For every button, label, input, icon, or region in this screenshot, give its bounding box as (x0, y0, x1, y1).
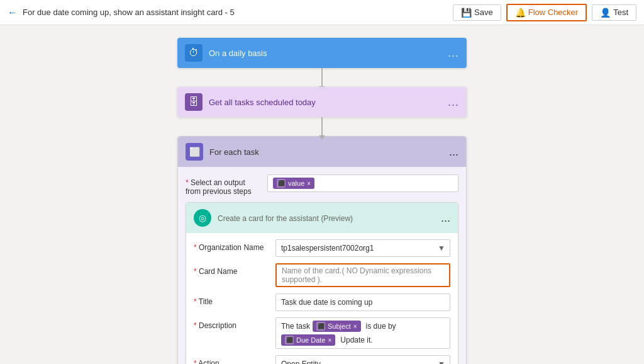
tag-icon: ⬛ (277, 179, 286, 188)
action-row: * Action Open Entity ▼ (194, 355, 450, 364)
title-label: * Title (194, 293, 275, 306)
node-daily: ⏱ On a daily basis ... (177, 38, 467, 68)
due-date-tag: ⬛ Due Date × (281, 334, 335, 346)
card-title: Create a card for the assistant (Preview… (218, 213, 441, 223)
flow-checker-button[interactable]: 🔔 Flow Checker (506, 4, 587, 21)
foreach-body: * Select an outputfrom previous steps ⬛ … (178, 167, 466, 364)
org-name-select[interactable]: tp1salespersistent7002org1 ▼ (275, 239, 450, 257)
due-date-tag-close[interactable]: × (328, 337, 331, 344)
daily-menu[interactable]: ... (448, 47, 459, 60)
card-name-row: * Card Name Name of the card.( NO Dynami… (194, 263, 450, 287)
inner-card-node: ◎ Create a card for the assistant (Previ… (186, 202, 458, 364)
daily-label: On a daily basis (209, 48, 448, 58)
desc-prefix: The task (281, 322, 310, 331)
title-row: * Title Task due date is coming up (194, 293, 450, 311)
foreach-icon: ⬜ (186, 143, 203, 161)
tasks-menu[interactable]: ... (448, 96, 459, 109)
arrow-1 (321, 68, 323, 87)
desc-suffix: Update it. (340, 336, 372, 344)
tasks-label: Get all tasks scheduled today (209, 98, 448, 107)
test-icon: 👤 (600, 8, 611, 18)
action-value[interactable]: Open Entity (275, 355, 450, 364)
tasks-icon: 🗄 (185, 93, 203, 111)
action-label: * Action (194, 355, 275, 364)
description-value[interactable]: The task ⬛ Subject × is due by ⬛ Due Dat… (275, 317, 450, 349)
flow-checker-icon: 🔔 (515, 8, 526, 18)
page-title: For due date coming up, show an assistan… (23, 8, 235, 17)
org-name-value[interactable]: tp1salespersistent7002org1 (275, 239, 450, 257)
foreach-header[interactable]: ⬜ For each task ... (178, 137, 466, 167)
top-bar-left: ← For due date coming up, show an assist… (8, 7, 453, 18)
card-name-input[interactable]: Name of the card.( NO Dynamic expression… (275, 263, 450, 287)
test-label: Test (613, 8, 628, 17)
subject-tag-close[interactable]: × (353, 323, 357, 330)
node-foreach: ⬜ For each task ... * Select an outputfr… (177, 136, 467, 364)
desc-middle: is due by (366, 322, 396, 331)
flow-checker-label: Flow Checker (528, 8, 578, 17)
org-name-label: * Organization Name (194, 239, 275, 252)
card-title-suffix: (Preview) (321, 214, 353, 223)
card-icon: ◎ (194, 209, 211, 227)
top-bar-right: 💾 Save 🔔 Flow Checker 👤 Test (453, 4, 636, 21)
arrow-2 (321, 117, 323, 136)
node-tasks: 🗄 Get all tasks scheduled today ... (177, 87, 467, 117)
card-menu[interactable]: ... (441, 212, 450, 225)
save-label: Save (474, 8, 493, 17)
subject-tag-label: Subject (328, 322, 351, 330)
output-label: * Select an outputfrom previous steps (186, 174, 267, 196)
due-date-tag-label: Due Date (296, 336, 325, 344)
description-row: * Description The task ⬛ Subject × is du… (194, 317, 450, 349)
card-name-placeholder: Name of the card.( NO Dynamic expression… (282, 266, 444, 284)
save-icon: 💾 (461, 8, 472, 18)
inner-card-header[interactable]: ◎ Create a card for the assistant (Previ… (186, 203, 458, 233)
inner-card-body: * Organization Name tp1salespersistent70… (186, 233, 458, 364)
title-value[interactable]: Task due date is coming up (275, 293, 450, 311)
daily-icon: ⏱ (185, 44, 203, 62)
top-bar: ← For due date coming up, show an assist… (0, 0, 644, 25)
output-field-row: * Select an outputfrom previous steps ⬛ … (186, 174, 458, 196)
foreach-menu[interactable]: ... (449, 145, 458, 159)
node-tasks-header[interactable]: 🗄 Get all tasks scheduled today ... (177, 87, 467, 117)
value-tag: ⬛ value × (273, 178, 314, 189)
flow-container: ⏱ On a daily basis ... 🗄 Get all tasks s… (165, 38, 479, 364)
node-daily-header[interactable]: ⏱ On a daily basis ... (177, 38, 467, 68)
org-name-row: * Organization Name tp1salespersistent70… (194, 239, 450, 257)
back-button[interactable]: ← (8, 7, 18, 18)
test-button[interactable]: 👤 Test (592, 4, 636, 21)
description-label: * Description (194, 317, 275, 330)
output-value[interactable]: ⬛ value × (267, 174, 458, 192)
action-select[interactable]: Open Entity ▼ (275, 355, 450, 364)
tag-close[interactable]: × (307, 180, 311, 187)
card-name-label: * Card Name (194, 263, 275, 276)
canvas: ⏱ On a daily basis ... 🗄 Get all tasks s… (0, 25, 644, 364)
subject-tag: ⬛ Subject × (313, 321, 361, 332)
save-button[interactable]: 💾 Save (453, 4, 501, 21)
due-date-tag-icon: ⬛ (285, 336, 294, 344)
foreach-label: For each task (209, 147, 449, 157)
subject-tag-icon: ⬛ (316, 322, 325, 331)
value-tag-label: value (288, 179, 304, 187)
